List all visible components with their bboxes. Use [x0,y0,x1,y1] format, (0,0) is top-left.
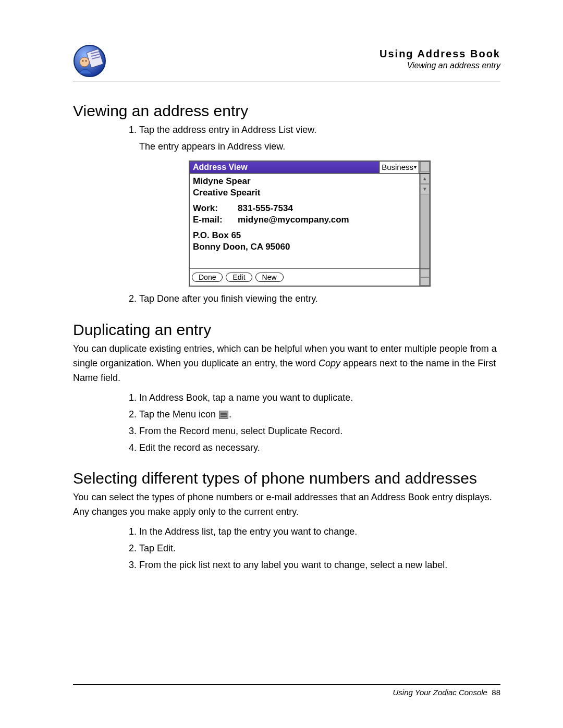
chapter-subtitle: Viewing an address entry [380,60,500,71]
pda-category-picker[interactable]: Business▾ [380,162,419,173]
selecting-step-3: From the pick list next to any label you… [139,558,500,573]
pda-work-value: 831-555-7534 [238,203,293,214]
pda-scrollbar[interactable]: ▴ ▾ [419,174,430,269]
pda-title-bar: Address View [190,162,380,173]
page-footer: Using Your Zodiac Console 88 [73,684,500,697]
page-number: 88 [492,688,500,697]
dropdown-icon: ▾ [414,164,417,170]
chapter-title: Using Address Book [380,47,500,60]
pda-bottom-button-2[interactable] [420,277,430,286]
viewing-step1-result: The entry appears in Address view. [139,140,500,154]
svg-point-6 [82,60,84,62]
duplicating-step-3: From the Record menu, select Duplicate R… [139,424,500,439]
duplicating-step-4: Edit the record as necessary. [139,441,500,455]
duplicating-step-2: Tap the Menu icon . [139,408,500,422]
pda-work-label: Work: [193,203,229,214]
pda-email-value: midyne@mycompany.com [238,214,349,226]
section-heading-viewing: Viewing an address entry [73,102,500,120]
viewing-step-1: Tap the address entry in Address List vi… [139,123,500,154]
section-heading-duplicating: Duplicating an entry [73,321,500,339]
pda-contact-company: Creative Spearit [193,187,416,199]
selecting-step-1: In the Address list, tap the entry you w… [139,525,500,539]
pda-edit-button[interactable]: Edit [226,273,252,282]
address-view-screenshot: Address View Business▾ Midyne Spear Crea… [189,161,431,287]
pda-address-line2: Bonny Doon, CA 95060 [193,241,416,253]
svg-point-7 [85,60,87,62]
duplicating-intro: You can duplicate existing entries, whic… [73,342,500,386]
section-heading-selecting: Selecting different types of phone numbe… [73,470,500,487]
pda-contact-name: Midyne Spear [193,176,416,187]
viewing-step-2: Tap Done after you finish viewing the en… [139,292,500,306]
pda-new-button[interactable]: New [255,273,284,282]
scroll-down-icon[interactable]: ▾ [420,184,430,194]
pda-bottom-button-1[interactable] [420,269,430,277]
pda-email-label: E-mail: [193,214,229,226]
scroll-up-icon[interactable]: ▴ [420,174,430,184]
svg-point-5 [80,57,89,67]
duplicating-step-1: In Address Book, tap a name you want to … [139,391,500,405]
pda-done-button[interactable]: Done [192,273,223,282]
selecting-intro: You can select the types of phone number… [73,490,500,520]
menu-icon [219,411,228,419]
selecting-step-2: Tap Edit. [139,541,500,556]
pda-corner-button[interactable] [420,162,430,172]
pda-address-line1: P.O. Box 65 [193,230,416,241]
address-book-icon [73,44,106,78]
